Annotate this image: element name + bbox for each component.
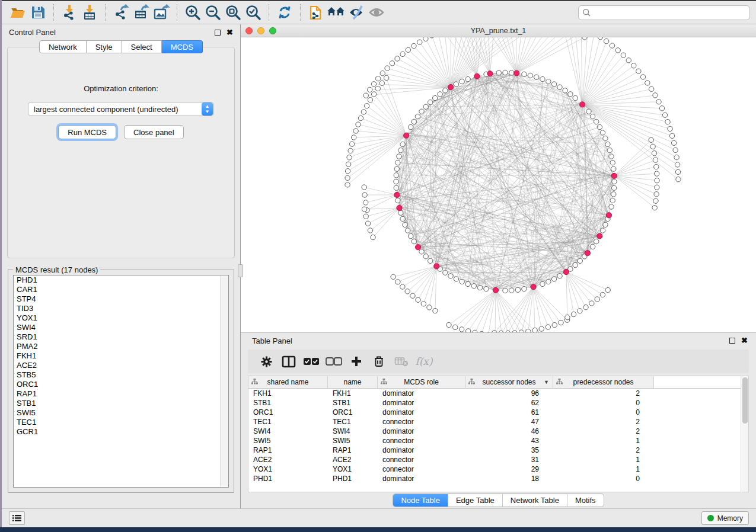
tab-style[interactable]: Style	[87, 40, 122, 53]
search-input[interactable]	[591, 8, 746, 17]
mcds-result-item[interactable]: ORC1	[14, 380, 228, 389]
cell-predecessor-nodes: 2	[553, 427, 654, 436]
splitter-handle[interactable]	[238, 264, 243, 277]
table-row[interactable]: SWI4SWI4dominator462	[248, 427, 748, 436]
memory-button[interactable]: Memory	[701, 511, 749, 525]
control-panel-title: Control Panel	[9, 28, 56, 37]
mcds-result-item[interactable]: PHD1	[14, 275, 228, 285]
search-box[interactable]	[578, 5, 750, 20]
table-options-gear-icon[interactable]	[255, 351, 277, 371]
close-panel-button[interactable]: Close panel	[124, 125, 184, 139]
column-header-name[interactable]: name	[328, 376, 378, 388]
network-view-canvas[interactable]	[241, 37, 756, 332]
tab-node-table[interactable]: Node Table	[393, 494, 448, 507]
float-table-panel-icon[interactable]	[729, 338, 735, 344]
select-all-rows-icon[interactable]	[300, 351, 323, 371]
mcds-result-item[interactable]: SWI5	[14, 408, 228, 418]
mcds-result-item[interactable]: STB1	[14, 399, 228, 408]
zoom-in-icon[interactable]	[183, 3, 203, 22]
export-image-icon[interactable]	[151, 3, 171, 22]
import-table-icon[interactable]	[79, 3, 100, 22]
tab-network[interactable]: Network	[39, 40, 87, 53]
network-overview-houses-icon[interactable]	[326, 3, 346, 22]
mcds-result-item[interactable]: YOX1	[14, 313, 228, 323]
mcds-options-box: Optimization criterion: largest connecte…	[7, 47, 235, 258]
cell-predecessor-nodes: 0	[553, 398, 654, 408]
mcds-result-item[interactable]: RAP1	[14, 389, 228, 399]
optimization-criterion-value: largest connected component (undirected)	[28, 105, 202, 114]
mcds-result-item[interactable]: TEC1	[14, 418, 228, 427]
table-row[interactable]: STB1STB1dominator620	[248, 398, 748, 408]
delete-column-trash-icon[interactable]	[368, 351, 390, 371]
optimization-criterion-select[interactable]: largest connected component (undirected)…	[28, 102, 214, 116]
export-network-file-icon[interactable]	[306, 3, 326, 22]
cell-successor-nodes: 18	[465, 474, 553, 483]
cell-name: ACE2	[328, 455, 378, 464]
zoom-selected-icon[interactable]	[243, 3, 263, 22]
mcds-result-item[interactable]: PMA2	[14, 342, 228, 351]
cell-MCDS-role: connector	[378, 455, 465, 464]
cytoscape-window: Control Panel ✖ NetworkStyleSelectMCDS O…	[2, 0, 756, 527]
network-graph[interactable]	[241, 37, 756, 332]
float-panel-icon[interactable]	[215, 30, 221, 36]
mcds-result-item[interactable]: CAR1	[14, 285, 228, 294]
table-toolbar: f(x)	[248, 350, 749, 373]
table-row[interactable]: ORC1ORC1dominator610	[248, 408, 748, 417]
toolbar-separator	[53, 4, 54, 21]
run-mcds-button[interactable]: Run MCDS	[58, 125, 116, 139]
show-column-panel-icon[interactable]	[277, 351, 300, 371]
mcds-result-item[interactable]: SRD1	[14, 332, 228, 342]
add-column-icon[interactable]	[345, 351, 368, 371]
zoom-out-icon[interactable]	[203, 3, 223, 22]
cell-MCDS-role: dominator	[378, 389, 465, 398]
mcds-result-item[interactable]: FKH1	[14, 351, 228, 361]
cell-name: FKH1	[328, 389, 378, 398]
task-history-button[interactable]	[9, 511, 25, 525]
export-network-icon[interactable]	[111, 3, 131, 22]
cell-successor-nodes: 31	[465, 455, 553, 464]
table-row[interactable]: RAP1RAP1dominator352	[248, 446, 748, 455]
table-scrollbar-thumb[interactable]	[742, 377, 748, 424]
memory-status-icon	[707, 515, 714, 521]
tab-network-table[interactable]: Network Table	[502, 494, 567, 507]
cell-successor-nodes: 43	[465, 436, 553, 446]
import-network-icon[interactable]	[59, 3, 79, 22]
mcds-result-item[interactable]: TID3	[14, 304, 228, 313]
close-panel-icon[interactable]: ✖	[227, 30, 233, 36]
mcds-result-item[interactable]: GCR1	[14, 427, 228, 437]
open-session-icon[interactable]	[8, 3, 28, 22]
tab-edge-table[interactable]: Edge Table	[448, 494, 502, 507]
cell-name: STB1	[328, 398, 378, 408]
cell-name: RAP1	[328, 446, 378, 455]
tab-mcds[interactable]: MCDS	[162, 40, 203, 53]
close-table-panel-icon[interactable]: ✖	[741, 338, 748, 344]
cell-predecessor-nodes: 2	[553, 389, 654, 398]
table-row[interactable]: TEC1TEC1connector472	[248, 417, 748, 427]
table-row[interactable]: YOX1YOX1connector291	[248, 464, 748, 474]
table-row[interactable]: ACE2ACE2connector311	[248, 455, 748, 464]
table-row[interactable]: PHD1PHD1dominator180	[248, 474, 748, 483]
tab-motifs[interactable]: Motifs	[567, 494, 604, 507]
mcds-result-item[interactable]: STP4	[14, 294, 228, 304]
cell-predecessor-nodes: 0	[553, 408, 654, 417]
column-header-predecessor-nodes[interactable]: predecessor nodes	[553, 376, 654, 388]
mcds-result-item[interactable]: ACE2	[14, 361, 228, 370]
deselect-all-rows-icon[interactable]	[323, 351, 345, 371]
column-header-successor-nodes[interactable]: successor nodes▼	[465, 376, 553, 388]
export-table-icon[interactable]	[131, 3, 151, 22]
zoom-fit-icon[interactable]	[223, 3, 243, 22]
table-scrollbar[interactable]	[741, 376, 748, 492]
mcds-result-item[interactable]: SWI4	[14, 323, 228, 332]
tab-select[interactable]: Select	[122, 40, 162, 53]
apply-layout-refresh-icon[interactable]	[275, 3, 295, 22]
show-graphics-details-icon[interactable]	[366, 3, 387, 22]
sort-descending-icon: ▼	[544, 379, 549, 385]
column-header-shared-name[interactable]: shared name	[248, 376, 328, 388]
table-row[interactable]: FKH1FKH1dominator962	[248, 389, 748, 398]
column-header-MCDS-role[interactable]: MCDS role	[378, 376, 465, 388]
save-session-icon[interactable]	[28, 3, 48, 22]
table-row[interactable]: SWI5SWI5connector431	[248, 436, 748, 446]
hide-graphics-details-icon[interactable]	[346, 3, 366, 22]
result-list-scrollbar[interactable]	[220, 276, 228, 486]
mcds-result-item[interactable]: STB5	[14, 370, 228, 380]
